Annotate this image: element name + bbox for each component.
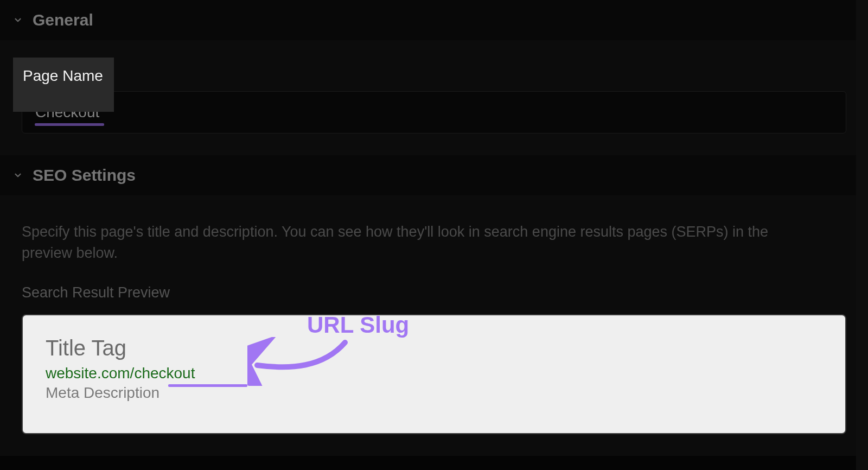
section-body-seo: Specify this page's title and descriptio… <box>0 195 868 456</box>
chevron-down-icon <box>13 15 23 25</box>
section-header-seo[interactable]: SEO Settings <box>0 155 868 195</box>
section-header-general[interactable]: General <box>0 0 868 40</box>
search-result-preview-label: Search Result Preview <box>22 284 846 301</box>
serp-title-tag: Title Tag <box>46 336 822 360</box>
serp-url: website.com/checkout <box>46 365 195 382</box>
serp-meta-description: Meta Description <box>46 384 822 402</box>
section-title-general: General <box>33 11 93 29</box>
section-body-general: Page Name <box>0 40 868 155</box>
seo-description-text: Specify this page's title and descriptio… <box>22 221 770 264</box>
page-name-input[interactable] <box>22 91 846 134</box>
serp-preview-card: Title Tag website.com/checkout Meta Desc… <box>22 314 846 434</box>
annotation-url-slug-label: URL Slug <box>307 312 409 338</box>
annotation-underline-url-slug <box>168 384 247 387</box>
annotation-underline-pagename <box>35 123 104 126</box>
vertical-scrollbar[interactable] <box>856 0 868 470</box>
chevron-down-icon <box>13 170 23 180</box>
section-title-seo: SEO Settings <box>33 166 136 185</box>
page-name-label-highlight: Page Name <box>13 58 114 112</box>
page-name-label: Page Name <box>23 67 103 85</box>
